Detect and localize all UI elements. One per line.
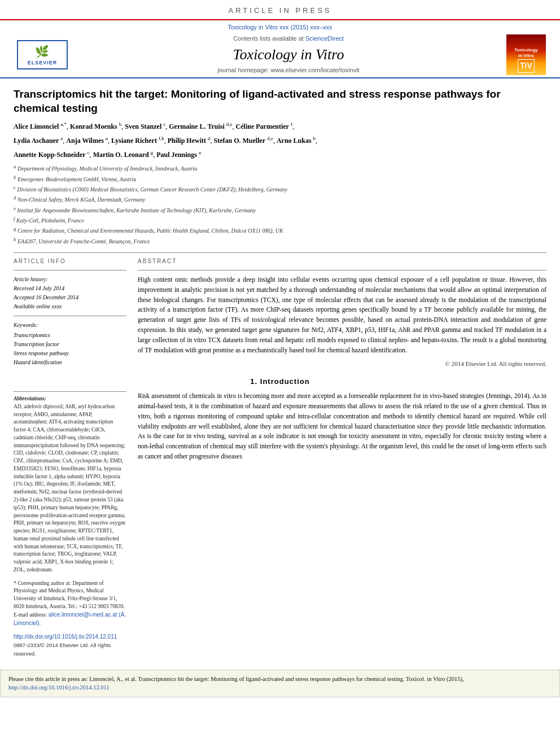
journal-title-row: 🌿 ELSEVIER Contents lists available at S… [0,32,560,78]
tiv-logo-abbr: TiV [518,59,535,73]
aip-banner-text: ARTICLE IN PRESS [229,6,332,15]
abbreviations-text: AD, adefovir dipivoxil; AhR, aryl hydroc… [14,403,126,574]
author-lysiane: Lysiane Richert [111,137,157,145]
available-date: Available online xxxx [14,302,126,311]
article-info-abstract-row: ARTICLE INFO Article history: Received 1… [14,257,546,369]
journal-homepage: journal homepage: www.elsevier.com/locat… [73,66,504,75]
affil-h: h EA4267, Université de Franche-Comté, B… [14,236,546,246]
sciencedirect-label: Contents lists available at [233,35,304,42]
elsevier-logo-box: 🌿 ELSEVIER [17,40,68,69]
abstract-column: ABSTRACT High content omic methods provi… [138,257,546,369]
elsevier-logo-area: 🌿 ELSEVIER [11,40,73,69]
author-germaine: Germaine L. Truisi [169,123,225,130]
author-sven: Sven Stanzel [125,123,161,130]
citation-doi-link[interactable]: http://dx.doi.org/10.1016/j.tiv.2014.12.… [8,684,110,691]
email-label: E-mail address: [14,612,47,618]
intro-heading: 1. Introduction [14,377,546,387]
abstract-label: ABSTRACT [138,257,546,265]
tiv-logo-box: Toxicologyin Vitro TiV [506,34,546,75]
authors-line-3: Annette Kopp-Schneider c, Martin O. Leon… [14,149,546,160]
journal-tiv-logo: Toxicologyin Vitro TiV [504,34,549,75]
received-date: Received 14 July 2014 [14,284,126,293]
accepted-date: Accepted 16 December 2014 [14,293,126,302]
abbreviations-title: Abbreviations: [14,395,126,403]
corresponding-note: * Corresponding author at: Department of… [14,580,126,628]
keywords-section: Keywords: Transcriptomics Transcription … [14,321,126,367]
keyword-1: Transcriptomics [14,331,126,340]
keyword-2: Transcription factor [14,340,126,349]
doi-section: http://dx.doi.org/10.1016/j.tiv.2014.12.… [14,633,126,658]
citation-box: Please cite this article in press as: Li… [0,670,560,698]
author-philip: Philip Hewitt [168,137,206,145]
article-body: Transcriptomics hit the target: Monitori… [0,78,560,664]
keyword-3: Stress response pathway [14,349,126,358]
aip-banner: ARTICLE IN PRESS [0,0,560,20]
issn-text: 0887-2333/© 2014 Elsevier Ltd. All right… [14,642,111,657]
journal-title-center: Contents lists available at ScienceDirec… [73,34,504,75]
homepage-label: journal homepage: www.elsevier.com/locat… [217,67,359,73]
article-title: Transcriptomics hit the target: Monitori… [14,88,546,115]
intro-paragraph-1: Risk assessment of chemicals in vitro is… [138,391,546,462]
abstract-text: High content omic methods provide a deep… [138,275,546,356]
author-alice: Alice Limonciel [14,123,59,130]
keyword-4: Hazard identification [14,358,126,367]
affil-d: d Non-Clinical Safety, Merck KGaA, Darms… [14,194,546,204]
author-martin: Martin O. Leonard [93,151,149,159]
copyright-line: © 2014 Elsevier Ltd. All rights reserved… [138,360,546,368]
introduction-section: 1. Introduction Abbreviations: AD, adefo… [14,377,546,658]
history-title: Article history: [14,275,126,284]
keywords-title: Keywords: [14,321,126,330]
abbreviations-column: Abbreviations: AD, adefovir dipivoxil; A… [14,391,126,658]
affil-g: g Centre for Radiation, Chemical and Env… [14,225,546,235]
author-celine: Céline Parmentier [236,123,289,130]
article-info-label: ARTICLE INFO [14,257,126,265]
citation-text: Please cite this article in press as: Li… [8,676,464,682]
affiliations: a Department of Physiology, Medical Univ… [14,163,546,246]
author-konrad: Konrad Moenks [70,123,117,130]
article-info-column: ARTICLE INFO Article history: Received 1… [14,257,126,369]
affil-b: b Emergentec Biodevelopment GmbH, Vienna… [14,174,546,184]
doi-link[interactable]: http://dx.doi.org/10.1016/j.tiv.2014.12.… [14,634,117,640]
affil-a: a Department of Physiology, Medical Univ… [14,163,546,173]
corresp-text: * Corresponding author at: Department of… [14,580,125,609]
journal-header: Toxicology in Vitro xxx (2015) xxx–xxx [0,20,560,32]
journal-main-title: Toxicology in Vitro [73,45,504,65]
author-anja: Anja Wilmes [66,137,104,145]
affil-f: f Kaly-Cell, Plobsheim, France [14,215,546,225]
author-annette: Annette Kopp-Schneider [14,151,86,159]
affil-e: e Institut für Angewandte Biowissenschaf… [14,205,546,215]
author-lydia: Lydia Aschauer [14,137,59,145]
authors-line-1: Alice Limonciel a,*, Konrad Moenks b, Sv… [14,121,546,132]
sciencedirect-link[interactable]: ScienceDirect [305,35,344,42]
intro-text-column: Risk assessment of chemicals in vitro is… [138,391,546,658]
article-divider [14,252,546,253]
article-history: Article history: Received 14 July 2014 A… [14,275,126,311]
authors-line-2: Lydia Aschauer a, Anja Wilmes a, Lysiane… [14,135,546,146]
author-arno: Arno Lukas [277,137,312,145]
elsevier-logo-text: ELSEVIER [28,59,58,67]
affil-c: c Division of Biostatistics (C060) Medic… [14,184,546,194]
intro-cols: Abbreviations: AD, adefovir dipivoxil; A… [14,391,546,658]
journal-ref-link[interactable]: Toxicology in Vitro xxx (2015) xxx–xxx [228,24,332,30]
sciencedirect-line: Contents lists available at ScienceDirec… [73,34,504,43]
author-stefan: Stefan O. Mueller [214,137,266,145]
author-paul: Paul Jennings [156,151,197,159]
elsevier-tree-icon: 🌿 [35,43,49,59]
tiv-logo-journal-name: Toxicologyin Vitro [514,47,538,58]
